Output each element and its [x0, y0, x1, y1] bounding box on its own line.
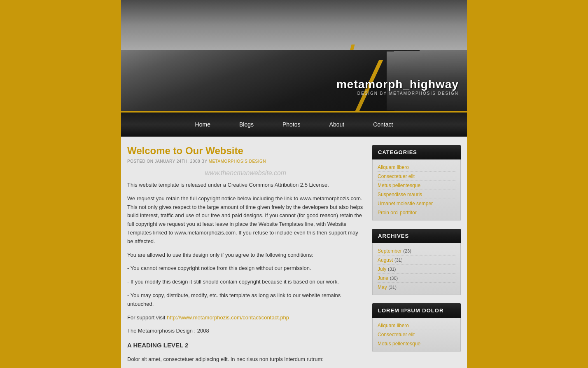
post-title: Welcome to Our Website: [127, 145, 364, 157]
lorem-link-3[interactable]: Metus pellentesque: [378, 341, 420, 347]
nav-link-blogs[interactable]: Blogs: [225, 113, 268, 136]
category-link-1[interactable]: Aliquam libero: [378, 164, 409, 170]
lorem-link-2[interactable]: Consectetuer elit: [378, 332, 415, 338]
sidebar: CATEGORIES Aliquam libero Consectetuer e…: [372, 145, 461, 368]
list-item: Urnanet molestie semper: [378, 199, 455, 208]
list-item: Proin orci porttitor: [378, 208, 455, 217]
archive-count-3: (31): [388, 267, 396, 272]
list-item: Aliquam libero: [378, 321, 455, 330]
site-header: metamorph_highway DESIGN BY METAMORPHOSI…: [121, 0, 467, 111]
list-item: Consectetuer elit: [378, 330, 455, 339]
category-link-2[interactable]: Consectetuer elit: [378, 173, 415, 179]
lorem-widget: LOREM IPSUM DOLOR Aliquam libero Consect…: [372, 303, 461, 352]
nav-item-contact[interactable]: Contact: [359, 113, 407, 136]
post-para-6: - You may copy, distribute, modify, etc.…: [127, 291, 364, 309]
nav-item-home[interactable]: Home: [181, 113, 225, 136]
nav-bar: Home Blogs Photos About Contact: [121, 111, 467, 137]
site-name: metamorph_highway: [336, 78, 459, 91]
nav-item-blogs[interactable]: Blogs: [225, 113, 268, 136]
post-para-1: This website template is released under …: [127, 181, 364, 190]
categories-widget: CATEGORIES Aliquam libero Consectetuer e…: [372, 145, 461, 220]
nav-link-photos[interactable]: Photos: [268, 113, 315, 136]
main-content: Welcome to Our Website POSTED ON JANUARY…: [127, 145, 372, 368]
archives-list: September (23) August (31) July (31): [378, 246, 455, 291]
post-meta: POSTED ON JANUARY 24TH, 2008 BY METAMORP…: [127, 159, 364, 164]
list-item: Metus pellentesque: [378, 339, 455, 348]
archive-link-1[interactable]: September: [378, 248, 402, 254]
post-para-3: You are allowed to use this design only …: [127, 251, 364, 260]
list-item: August (31): [378, 255, 455, 265]
post-support: For support visit http://www.metamorphoz…: [127, 314, 364, 322]
list-item: Metus pellentesque: [378, 181, 455, 190]
archive-count-4: (30): [390, 276, 398, 281]
category-link-4[interactable]: Suspendisse mauris: [378, 192, 422, 197]
post-author-link[interactable]: METAMORPHOSIS DESIGN: [209, 159, 266, 164]
archives-title: ARCHIVES: [372, 229, 461, 243]
category-link-3[interactable]: Metus pellentesque: [378, 183, 420, 188]
nav-item-photos[interactable]: Photos: [268, 113, 315, 136]
post-lorem: Dolor sit amet, consectetuer adipiscing …: [127, 355, 364, 364]
post-support-text: For support visit: [127, 314, 165, 321]
site-wrapper: metamorph_highway DESIGN BY METAMORPHOSI…: [121, 0, 467, 368]
site-tagline: DESIGN BY METAMORPHOSIS DESIGN: [336, 91, 459, 96]
archive-link-3[interactable]: July: [378, 266, 386, 272]
post-meta-text: POSTED ON JANUARY 24TH, 2008 BY: [127, 159, 207, 164]
archive-link-2[interactable]: August: [378, 257, 393, 263]
lorem-link-1[interactable]: Aliquam libero: [378, 323, 409, 328]
nav-list: Home Blogs Photos About Contact: [181, 113, 408, 136]
post-footer-text: The Metamorphosis Design : 2008: [127, 327, 364, 335]
archive-count-5: (31): [388, 285, 397, 290]
category-link-6[interactable]: Proin orci porttitor: [378, 210, 417, 216]
archive-count-1: (23): [403, 248, 411, 253]
post-para-4: - You cannot remove copyright notice fro…: [127, 264, 364, 273]
watermark-text: www.thencmanwebsite.com: [127, 169, 364, 177]
nav-item-about[interactable]: About: [315, 113, 359, 136]
archive-link-5[interactable]: May: [378, 284, 387, 290]
archive-link-4[interactable]: June: [378, 275, 388, 281]
list-item: May (31): [378, 283, 455, 291]
site-title: metamorph_highway DESIGN BY METAMORPHOSI…: [336, 78, 459, 96]
lorem-content: Aliquam libero Consectetuer elit Metus p…: [372, 318, 461, 352]
nav-link-contact[interactable]: Contact: [359, 113, 407, 136]
categories-content: Aliquam libero Consectetuer elit Metus p…: [372, 159, 461, 220]
list-item: September (23): [378, 246, 455, 255]
list-item: Suspendisse mauris: [378, 190, 455, 199]
content-wrapper: Welcome to Our Website POSTED ON JANUARY…: [121, 137, 467, 368]
list-item: July (31): [378, 265, 455, 274]
support-link[interactable]: http://www.metamorphozis.com/contact/con…: [167, 314, 289, 321]
archives-widget: ARCHIVES September (23) August (31): [372, 229, 461, 295]
nav-link-home[interactable]: Home: [181, 113, 225, 136]
categories-title: CATEGORIES: [372, 145, 461, 159]
lorem-list: Aliquam libero Consectetuer elit Metus p…: [378, 321, 455, 348]
post-para-5: - If you modify this design it still sho…: [127, 278, 364, 286]
archive-count-2: (31): [394, 258, 403, 263]
post-heading2: A HEADING LEVEL 2: [127, 340, 364, 350]
list-item: June (30): [378, 274, 455, 283]
category-link-5[interactable]: Urnanet molestie semper: [378, 201, 433, 206]
categories-list: Aliquam libero Consectetuer elit Metus p…: [378, 163, 455, 217]
list-item: Consectetuer elit: [378, 172, 455, 181]
archives-content: September (23) August (31) July (31): [372, 243, 461, 295]
post-body: www.thencmanwebsite.com This website tem…: [127, 169, 364, 368]
list-item: Aliquam libero: [378, 163, 455, 172]
header-sky: [121, 0, 467, 50]
post-para-2: We request you retain the full copyright…: [127, 195, 364, 246]
nav-link-about[interactable]: About: [315, 113, 359, 136]
outer-wrapper: metamorph_highway DESIGN BY METAMORPHOSI…: [0, 0, 588, 368]
lorem-title: LOREM IPSUM DOLOR: [372, 303, 461, 318]
